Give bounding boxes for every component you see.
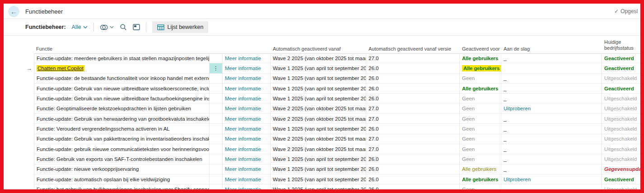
table-row[interactable]: Functie-update: nieuwe verkoopprijservar… (4, 165, 640, 174)
feature-name-cell: Functie: het gebruik van bulkbewerkingen… (34, 184, 210, 193)
more-info-link[interactable]: Meer informatie (225, 106, 261, 111)
get-started-cell: Uitproberen (501, 174, 602, 184)
enabled-for-cell: Alle gebruikers (460, 84, 501, 94)
more-info-link[interactable]: Meer informatie (225, 136, 261, 141)
table-row[interactable]: Functie-update: Gebruik van pakkettracer… (4, 134, 640, 144)
column-header-auto-vanaf[interactable]: Automatisch geactiveerd vanaf (271, 46, 366, 52)
row-selection-gutter (4, 134, 34, 144)
table-row[interactable]: →Chatten met Copilot⋮Meer informatieWave… (4, 63, 640, 73)
row-actions-cell (210, 144, 223, 154)
more-info-link[interactable]: Meer informatie (225, 126, 261, 132)
enabled-for-cell: Alle gebruikers (460, 174, 501, 184)
table-row[interactable]: Functie: het gebruik van bulkbewerkingen… (4, 184, 640, 193)
more-info-link[interactable]: Meer informatie (225, 187, 261, 192)
company-status-value: Uitgeschakeld (604, 187, 637, 192)
auto-enabled-from-cell: Wave 2 2025 (van oktober 2025 tot maart … (271, 53, 366, 63)
company-status-value: Uitgeschakeld (604, 136, 637, 141)
enabled-for-cell: Geen (460, 144, 501, 154)
back-button[interactable]: ← (8, 6, 19, 17)
feature-name-link[interactable]: Functie-update: meerdere gebruikers in s… (37, 56, 210, 61)
feature-name-link[interactable]: Functie-update: gebruik nieuwe communica… (37, 146, 210, 152)
table-row[interactable]: Functie-update: gebruik nieuwe communica… (4, 144, 640, 154)
feature-name-link[interactable]: Functie-update: nieuwe verkoopprijservar… (37, 166, 139, 172)
enabled-for-value: Geen (462, 126, 475, 132)
get-started-cell: _ (501, 144, 602, 154)
toolbar: Functiebeheer: Alle (4, 19, 640, 35)
feature-name-cell: Functie-update: nieuwe verkoopprijservar… (34, 165, 210, 174)
row-actions-button[interactable]: ⋮ (213, 65, 219, 71)
feature-name-link[interactable]: Functie-update: Gebruik van pakkettracer… (37, 136, 210, 141)
table-row[interactable]: Functie-update: Gebruik van nieuwe uitbr… (4, 94, 640, 104)
column-header-bedrijfsstatus[interactable]: Huidige bedrijfsstatus (602, 39, 638, 52)
table-row[interactable]: Functie-update: automatisch opslaan bij … (4, 174, 640, 184)
table-row[interactable]: Functie: Geoptimaliseerde tekstzoekopdra… (4, 104, 640, 114)
more-info-link[interactable]: Meer informatie (225, 96, 261, 101)
more-info-link[interactable]: Meer informatie (225, 166, 261, 172)
more-info-link[interactable]: Meer informatie (225, 66, 261, 71)
more-info-link[interactable]: Meer informatie (225, 146, 261, 152)
feature-name-link[interactable]: Functie-update: Gebruik van herwaarderin… (37, 116, 210, 122)
feature-name-cell: Functie-update: Gebruik van nieuwe uitbr… (34, 94, 210, 104)
get-started-cell: _ (501, 124, 602, 134)
more-info-link[interactable]: Meer informatie (225, 156, 261, 162)
enabled-for-cell: Geen (460, 184, 501, 193)
column-header-auto-versie[interactable]: Automatisch geactiveerd vanaf versie (366, 46, 460, 52)
view-filter-dropdown[interactable]: Alle (72, 24, 88, 30)
more-info-cell: Meer informatie (223, 74, 271, 84)
feature-name-link[interactable]: Functie: Verouderd vergrendelingsschema … (37, 126, 170, 132)
get-started-cell: _ (501, 184, 602, 193)
column-header-functie[interactable]: Functie (34, 46, 210, 52)
more-info-link[interactable]: Meer informatie (225, 86, 261, 91)
auto-enabled-from-cell: Wave 1 2025 (van april tot september 202… (271, 184, 366, 193)
feature-name-link[interactable]: Functie-update: de bestaande functionali… (37, 75, 210, 81)
row-selection-gutter: → (4, 63, 34, 73)
more-info-link[interactable]: Meer informatie (225, 116, 261, 122)
row-actions-cell (210, 74, 223, 84)
row-selection-gutter (4, 165, 34, 174)
feature-name-link[interactable]: Functie: Geoptimaliseerde tekstzoekopdra… (37, 106, 191, 111)
view-filter-value: Alle (72, 24, 81, 30)
table-row[interactable]: Functie: Gebruik van exports van SAF-T-c… (4, 154, 640, 164)
row-actions-cell (210, 53, 223, 63)
feature-name-link[interactable]: Functie-update: Gebruik van nieuwe uitbr… (37, 86, 210, 91)
row-selection-gutter (4, 114, 34, 124)
table-row[interactable]: Functie: Verouderd vergrendelingsschema … (4, 124, 640, 134)
enabled-for-cell: Geen (460, 74, 501, 84)
feature-name-link[interactable]: Functie: het gebruik van bulkbewerkingen… (37, 187, 210, 192)
feature-name-cell: Functie-update: Gebruik van herwaarderin… (34, 114, 210, 124)
feature-name-link[interactable]: Chatten met Copilot (37, 65, 84, 71)
try-it-out-link[interactable]: Uitproberen (504, 106, 531, 111)
row-selection-gutter (4, 84, 34, 94)
try-it-out-link[interactable]: Uitproberen (504, 177, 531, 182)
auto-enabled-from-cell: Wave 1 2025 (van april tot september 202… (271, 94, 366, 104)
table-row[interactable]: Functie-update: meerdere gebruikers in s… (4, 53, 640, 63)
feature-name-link[interactable]: Functie-update: Gebruik van nieuwe uitbr… (37, 96, 210, 101)
feature-name-link[interactable]: Functie: Gebruik van exports van SAF-T-c… (37, 156, 202, 162)
table-row[interactable]: Functie-update: de bestaande functionali… (4, 74, 640, 84)
feature-name-link[interactable]: Functie-update: automatisch opslaan bij … (37, 177, 170, 182)
table-row[interactable]: Functie-update: Gebruik van nieuwe uitbr… (4, 84, 640, 94)
back-arrow-icon: ← (10, 8, 17, 15)
column-header-geactiveerd-voor[interactable]: Geactiveerd voor (460, 46, 501, 52)
feature-management-window: ← Functiebeheer ✓Opgesl Functiebeheer: A… (0, 0, 644, 193)
row-actions-cell (210, 104, 223, 114)
row-actions-cell (210, 184, 223, 193)
auto-enabled-from-cell: Wave 2 2025 (van oktober 2025 tot maart … (271, 114, 366, 124)
search-button[interactable] (120, 24, 127, 31)
company-status-value: Uitgeschakeld (604, 146, 637, 152)
more-info-link[interactable]: Meer informatie (225, 56, 261, 61)
auto-enabled-version-cell: 26.0 (366, 63, 460, 73)
company-status-cell: Uitgeschakeld (602, 124, 640, 134)
analysis-mode-button[interactable] (133, 24, 140, 30)
automate-menu-button[interactable] (100, 24, 114, 31)
table-row[interactable]: Functie-update: Gebruik van herwaarderin… (4, 114, 640, 124)
edit-list-button[interactable]: Lijst bewerken (152, 21, 208, 33)
company-status-cell: Geactiveerd (602, 63, 640, 73)
company-status-cell: Geactiveerd (602, 84, 640, 94)
column-header-aan-de-slag[interactable]: Aan de slag (501, 46, 602, 52)
more-info-link[interactable]: Meer informatie (225, 177, 261, 182)
auto-enabled-version-cell: 27.0 (366, 104, 460, 114)
row-actions-cell (210, 114, 223, 124)
more-info-link[interactable]: Meer informatie (225, 75, 261, 81)
company-status-cell: Uitgeschakeld (602, 94, 640, 104)
